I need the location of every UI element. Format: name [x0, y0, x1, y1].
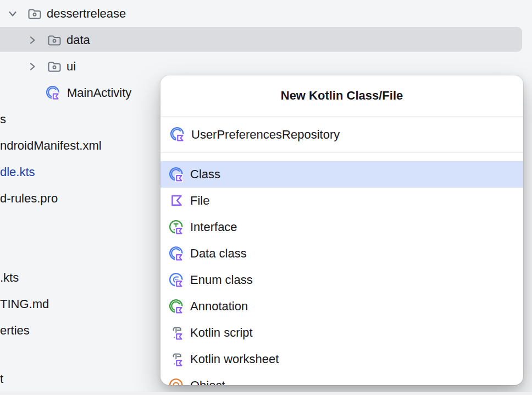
- chevron-right-icon[interactable]: [26, 61, 38, 73]
- kotlin-class-icon: [45, 85, 62, 101]
- kind-item-class[interactable]: Class: [160, 161, 523, 188]
- tree-item-truncated[interactable]: t: [0, 372, 3, 386]
- kind-item-label[interactable]: Kotlin script: [190, 326, 253, 340]
- kind-item-file[interactable]: File: [160, 188, 523, 214]
- kind-item-object[interactable]: Object: [160, 372, 523, 385]
- tree-item-truncated[interactable]: dle.kts: [0, 165, 35, 179]
- chevron-down-icon[interactable]: [7, 8, 19, 20]
- package-folder-icon: [26, 6, 43, 22]
- kind-item-kotlin-script[interactable]: Kotlin script: [160, 320, 523, 346]
- kotlin-enum-icon: [168, 272, 185, 289]
- kotlin-class-icon: [169, 126, 186, 143]
- tree-row-data[interactable]: data: [0, 27, 532, 53]
- dialog-title: New Kotlin Class/File: [160, 75, 523, 117]
- kotlin-annotation-icon: [168, 298, 185, 315]
- kind-item-interface[interactable]: Interface: [160, 214, 523, 240]
- kind-item-label[interactable]: File: [190, 194, 209, 208]
- kotlin-file-icon: [168, 193, 185, 210]
- tree-item-truncated[interactable]: s: [0, 112, 6, 127]
- kind-item-data-class[interactable]: Data class: [160, 240, 523, 267]
- kind-list: Class File Interface Data class Enum cla…: [160, 153, 523, 385]
- kind-item-label[interactable]: Object: [190, 378, 225, 385]
- kind-item-label[interactable]: Data class: [190, 246, 247, 261]
- tree-item-label[interactable]: data: [66, 33, 90, 47]
- tree-item-truncated[interactable]: .kts: [0, 271, 19, 285]
- kotlin-script-icon: [168, 325, 185, 342]
- tree-item-label[interactable]: dessertrelease: [47, 7, 126, 21]
- class-name-value[interactable]: UserPreferencesRepository: [191, 128, 340, 142]
- kind-item-label[interactable]: Kotlin worksheet: [190, 352, 279, 366]
- kind-item-label[interactable]: Interface: [190, 220, 237, 234]
- tree-item-truncated[interactable]: ndroidManifest.xml: [0, 139, 102, 153]
- kind-item-annotation[interactable]: Annotation: [160, 293, 523, 320]
- class-name-input[interactable]: UserPreferencesRepository: [160, 117, 523, 153]
- new-kotlin-class-dialog: New Kotlin Class/File UserPreferencesRep…: [160, 75, 523, 385]
- tree-item-truncated[interactable]: TING.md: [0, 297, 49, 311]
- kotlin-class-icon: [168, 245, 185, 262]
- kind-item-label[interactable]: Annotation: [190, 299, 248, 314]
- tree-row-dessertrelease[interactable]: dessertrelease: [0, 1, 532, 27]
- kotlin-interface-icon: [168, 219, 185, 236]
- kind-item-kotlin-worksheet[interactable]: Kotlin worksheet: [160, 346, 523, 372]
- kind-item-enum-class[interactable]: Enum class: [160, 267, 523, 293]
- tree-item-truncated[interactable]: d-rules.pro: [0, 191, 58, 206]
- tree-item-truncated[interactable]: erties: [0, 323, 30, 338]
- kind-item-label[interactable]: Class: [190, 167, 220, 182]
- kind-item-label[interactable]: Enum class: [190, 273, 253, 287]
- kotlin-script-icon: [168, 351, 185, 368]
- kotlin-class-icon: [168, 166, 185, 183]
- chevron-right-icon[interactable]: [26, 34, 38, 46]
- bottom-panel-edge: [0, 392, 532, 395]
- package-folder-icon: [46, 58, 63, 75]
- tree-item-label[interactable]: MainActivity: [67, 86, 131, 100]
- package-folder-icon: [46, 32, 63, 48]
- kotlin-object-icon: [168, 377, 185, 386]
- tree-item-label[interactable]: ui: [66, 59, 76, 74]
